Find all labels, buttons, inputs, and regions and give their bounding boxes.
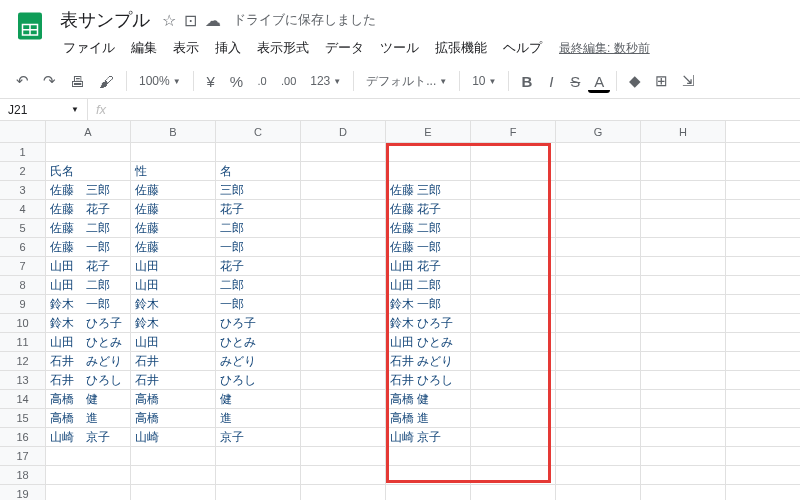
move-icon[interactable]: ⊡ (184, 11, 197, 30)
name-box[interactable]: J21▼ (0, 99, 88, 120)
column-header[interactable]: A (46, 121, 131, 142)
cell[interactable] (556, 257, 641, 275)
bold-button[interactable]: B (515, 69, 538, 94)
cell[interactable]: 佐藤 花子 (386, 200, 471, 218)
increase-decimal-button[interactable]: .00 (275, 71, 302, 91)
cell[interactable]: 石井 みどり (46, 352, 131, 370)
cell[interactable]: ひろし (216, 371, 301, 389)
cell[interactable]: 二郎 (216, 276, 301, 294)
cell[interactable] (556, 485, 641, 500)
cell[interactable] (301, 219, 386, 237)
row-header[interactable]: 15 (0, 409, 46, 427)
print-icon[interactable]: 🖶 (64, 69, 91, 94)
cell[interactable] (556, 219, 641, 237)
cell[interactable]: 性 (131, 162, 216, 180)
cell[interactable] (641, 219, 726, 237)
cell[interactable] (641, 162, 726, 180)
cell[interactable]: ひとみ (216, 333, 301, 351)
redo-icon[interactable]: ↷ (37, 68, 62, 94)
cell[interactable] (641, 409, 726, 427)
cell[interactable] (641, 333, 726, 351)
cell[interactable] (386, 143, 471, 161)
cell[interactable]: ひろ子 (216, 314, 301, 332)
cell[interactable] (301, 257, 386, 275)
paint-format-icon[interactable]: 🖌 (93, 69, 120, 94)
cell[interactable] (641, 447, 726, 465)
cell[interactable] (556, 295, 641, 313)
row-header[interactable]: 13 (0, 371, 46, 389)
row-header[interactable]: 14 (0, 390, 46, 408)
cell[interactable] (556, 428, 641, 446)
cell[interactable] (471, 447, 556, 465)
font-size-dropdown[interactable]: 10▼ (466, 71, 502, 91)
row-header[interactable]: 1 (0, 143, 46, 161)
menu-data[interactable]: データ (318, 36, 371, 60)
cell[interactable] (471, 219, 556, 237)
menu-extensions[interactable]: 拡張機能 (428, 36, 494, 60)
cell[interactable] (641, 295, 726, 313)
cell[interactable] (641, 352, 726, 370)
cell[interactable] (471, 200, 556, 218)
cell[interactable]: 高橋 (131, 409, 216, 427)
cell[interactable] (131, 466, 216, 484)
cell[interactable] (131, 143, 216, 161)
cell[interactable]: 高橋 (131, 390, 216, 408)
cell[interactable]: 石井 (131, 371, 216, 389)
cell[interactable]: 鈴木 ひろ子 (386, 314, 471, 332)
cell[interactable]: みどり (216, 352, 301, 370)
cell[interactable]: 佐藤 (131, 200, 216, 218)
row-header[interactable]: 10 (0, 314, 46, 332)
sheets-logo[interactable] (10, 6, 50, 46)
cell[interactable] (471, 295, 556, 313)
menu-view[interactable]: 表示 (166, 36, 206, 60)
cell[interactable] (556, 238, 641, 256)
cell[interactable]: 山田 (131, 333, 216, 351)
cell[interactable]: 石井 (131, 352, 216, 370)
font-dropdown[interactable]: デフォルト...▼ (360, 70, 453, 93)
cell[interactable] (556, 333, 641, 351)
cell[interactable]: 京子 (216, 428, 301, 446)
cell[interactable]: 高橋 進 (386, 409, 471, 427)
cell[interactable] (301, 200, 386, 218)
row-header[interactable]: 12 (0, 352, 46, 370)
cell[interactable] (386, 485, 471, 500)
cell[interactable] (471, 466, 556, 484)
cell[interactable] (641, 485, 726, 500)
cell[interactable] (301, 409, 386, 427)
text-color-button[interactable]: A (588, 69, 610, 93)
cell[interactable]: 石井 ひろし (46, 371, 131, 389)
row-header[interactable]: 6 (0, 238, 46, 256)
cell[interactable]: 山田 二郎 (386, 276, 471, 294)
menu-format[interactable]: 表示形式 (250, 36, 316, 60)
cell[interactable] (301, 428, 386, 446)
cell[interactable] (301, 162, 386, 180)
cell[interactable] (386, 447, 471, 465)
cell[interactable] (301, 447, 386, 465)
cell[interactable]: 二郎 (216, 219, 301, 237)
cell[interactable] (131, 447, 216, 465)
row-header[interactable]: 19 (0, 485, 46, 500)
cell[interactable]: 佐藤 一郎 (386, 238, 471, 256)
cell[interactable] (556, 409, 641, 427)
menu-file[interactable]: ファイル (56, 36, 122, 60)
cell[interactable]: 佐藤 (131, 219, 216, 237)
cell[interactable] (471, 390, 556, 408)
cell[interactable] (471, 428, 556, 446)
more-formats-dropdown[interactable]: 123▼ (304, 71, 347, 91)
cell[interactable] (301, 181, 386, 199)
row-header[interactable]: 17 (0, 447, 46, 465)
cell[interactable]: 山田 花子 (46, 257, 131, 275)
cell[interactable]: 山田 ひとみ (386, 333, 471, 351)
row-header[interactable]: 7 (0, 257, 46, 275)
cell[interactable]: 花子 (216, 257, 301, 275)
strike-button[interactable]: S (564, 69, 586, 94)
column-header[interactable]: F (471, 121, 556, 142)
cell[interactable] (556, 352, 641, 370)
cell[interactable] (556, 276, 641, 294)
cell[interactable] (301, 466, 386, 484)
cell[interactable]: 佐藤 一郎 (46, 238, 131, 256)
cell[interactable] (641, 276, 726, 294)
cell[interactable] (301, 333, 386, 351)
currency-button[interactable]: ¥ (200, 69, 222, 94)
cell[interactable]: 山田 (131, 276, 216, 294)
